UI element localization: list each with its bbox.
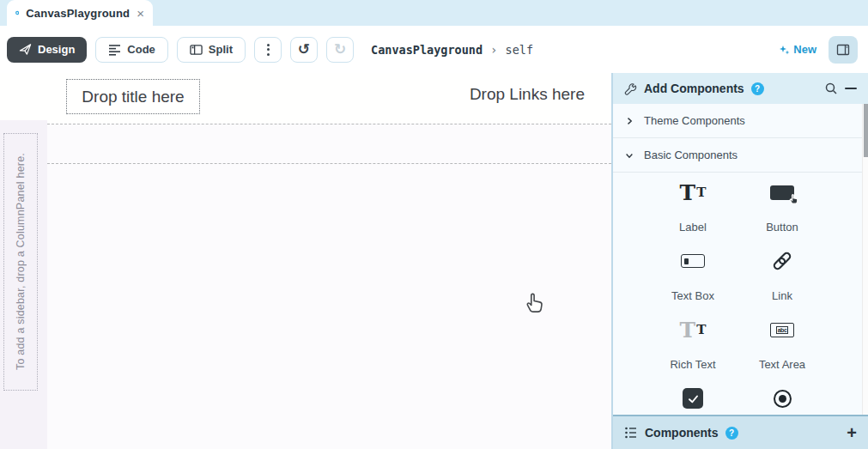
component-label-text: Text Box [671, 289, 714, 302]
drop-title-placeholder[interactable]: Drop title here [66, 79, 200, 114]
design-button-label: Design [38, 43, 75, 56]
textarea-icon: abc [770, 310, 794, 349]
breadcrumb-separator: › [490, 43, 497, 57]
tab-canvasplayground[interactable]: CanvasPlayground × [7, 0, 153, 26]
tab-close-icon[interactable]: × [137, 7, 144, 20]
search-icon[interactable] [824, 82, 838, 95]
add-components-panel: Add Components ? Theme Components Basic … [611, 73, 868, 449]
component-textbox[interactable]: Text Box [648, 241, 737, 310]
split-pane-icon [190, 44, 203, 56]
breadcrumb-app[interactable]: CanvasPlayground [371, 43, 483, 57]
design-button[interactable]: Design [7, 37, 87, 63]
button-hand-icon [770, 173, 794, 212]
checkbox-checked-icon [683, 379, 703, 415]
dropzone-divider-top [47, 124, 611, 124]
component-label-text: Text Area [759, 358, 805, 371]
new-button-label: New [793, 43, 816, 56]
undo-icon: ↺ [298, 42, 310, 57]
dropzone-divider-content [47, 163, 611, 164]
section-theme-label: Theme Components [644, 114, 745, 127]
textbox-icon [681, 241, 705, 281]
component-button[interactable]: Button [737, 173, 827, 241]
component-label-text: Label [679, 221, 707, 234]
kebab-menu-icon [267, 44, 270, 56]
wrench-icon [624, 82, 637, 95]
component-label-text: Link [772, 289, 792, 302]
split-button[interactable]: Split [177, 37, 246, 63]
component-tree-icon [624, 426, 638, 440]
label-Tt-icon: TT [680, 173, 707, 212]
component-richtext[interactable]: TT Rich Text [648, 310, 737, 379]
redo-button-disabled[interactable]: ↻ [326, 37, 354, 63]
sidebar-layout-icon [836, 43, 850, 57]
app-window: CanvasPlayground × Design Code Split [0, 0, 868, 449]
help-badge[interactable]: ? [751, 82, 764, 95]
component-label[interactable]: TT Label [648, 173, 737, 241]
chevron-down-icon [624, 150, 634, 161]
sparkle-icon [779, 44, 790, 55]
components-help-badge[interactable]: ? [725, 427, 738, 440]
component-checkbox[interactable] [648, 379, 737, 415]
component-link[interactable]: Link [737, 241, 827, 310]
main-area: Drop title here Drop Links here To add a… [0, 73, 868, 449]
collapse-panel-icon[interactable] [845, 88, 857, 90]
add-component-plus-icon[interactable]: + [847, 424, 857, 441]
paper-plane-icon [19, 43, 32, 56]
panel-header: Add Components ? [613, 73, 868, 104]
section-theme-components[interactable]: Theme Components [613, 104, 868, 138]
split-button-label: Split [209, 43, 233, 56]
radio-selected-icon [774, 379, 792, 415]
sidebar-dropzone[interactable]: To add a sidebar, drop a ColumnPanel her… [0, 120, 47, 449]
section-basic-components[interactable]: Basic Components [613, 138, 868, 173]
component-textarea[interactable]: abc Text Area [737, 310, 827, 379]
new-button[interactable]: New [779, 43, 816, 56]
drop-title-text: Drop title here [82, 88, 184, 106]
components-footer-bar[interactable]: Components ? + [613, 415, 868, 449]
undo-button[interactable]: ↺ [290, 37, 318, 63]
code-button[interactable]: Code [95, 37, 168, 63]
form-file-icon [15, 3, 19, 22]
panel-scrollbar[interactable] [862, 104, 868, 415]
code-lines-icon [108, 44, 121, 56]
drop-links-placeholder[interactable]: Drop Links here [470, 85, 585, 104]
component-label-text: Rich Text [670, 358, 715, 371]
toolbar-right: New [779, 36, 858, 64]
components-footer-label: Components [645, 426, 719, 440]
sidebar-hint-box: To add a sidebar, drop a ColumnPanel her… [3, 133, 38, 391]
breadcrumb-page[interactable]: self [506, 43, 534, 57]
code-button-label: Code [127, 43, 155, 56]
more-options-button[interactable] [254, 37, 282, 63]
tab-bar: CanvasPlayground × [0, 0, 868, 26]
design-canvas[interactable]: Drop title here Drop Links here To add a… [0, 73, 611, 449]
redo-icon: ↻ [334, 42, 346, 57]
chain-link-icon [771, 241, 793, 281]
component-label-text: Button [766, 221, 798, 234]
section-basic-label: Basic Components [644, 149, 737, 161]
panel-title: Add Components [644, 82, 744, 95]
hand-pointer-cursor [522, 288, 545, 317]
breadcrumb: CanvasPlayground › self [371, 43, 533, 57]
toolbar: Design Code Split ↺ ↻ CanvasPlayground ›… [0, 26, 868, 73]
panel-scrollbar-thumb[interactable] [864, 104, 868, 157]
richtext-Tt-icon: TT [680, 310, 707, 349]
component-grid: TT Label Button [648, 173, 827, 415]
component-radio[interactable] [737, 379, 827, 415]
sidebar-hint-text: To add a sidebar, drop a ColumnPanel her… [15, 153, 27, 370]
tab-title: CanvasPlayground [26, 7, 130, 20]
toggle-side-panel-button[interactable] [829, 36, 858, 64]
chevron-right-icon [624, 116, 634, 126]
